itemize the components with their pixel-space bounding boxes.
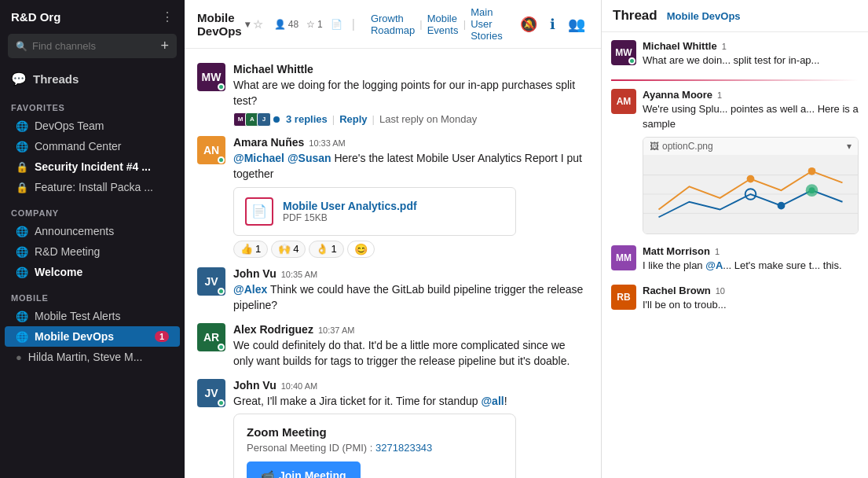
sidebar-item-rd-meeting[interactable]: R&D Meeting bbox=[5, 241, 180, 262]
globe-icon bbox=[16, 266, 28, 278]
message-header: Alex Rodriguez 10:37 AM bbox=[233, 323, 588, 336]
message-header: John Vu 10:40 AM bbox=[233, 379, 588, 392]
message-content: Alex Rodriguez 10:37 AM We could definit… bbox=[233, 323, 588, 370]
replies-row: M A J 3 replies | Reply | Last reply on … bbox=[233, 112, 588, 127]
mention: @all bbox=[481, 395, 504, 407]
message-header: Amara Nuñes 10:33 AM bbox=[233, 136, 588, 149]
thread-message-content: Ayanna Moore 1 We're using Splu... point… bbox=[643, 89, 859, 234]
dm-icon: ● bbox=[16, 351, 22, 363]
link-mobile-events[interactable]: Mobile Events bbox=[427, 13, 459, 36]
add-reaction-button[interactable]: 😊 bbox=[347, 241, 375, 258]
file-attachment[interactable]: 📄 Mobile User Analytics.pdf PDF 15KB bbox=[233, 187, 516, 236]
link-growth-roadmap[interactable]: Growth Roadmap bbox=[371, 13, 415, 36]
message-text: @Michael @Susan Here's the latest Mobile… bbox=[233, 150, 588, 182]
reaction-clap[interactable]: 🙌 4 bbox=[271, 241, 306, 258]
message-content: Michael Whittle What are we doing for th… bbox=[233, 63, 588, 127]
zoom-title: Zoom Meeting bbox=[247, 425, 503, 439]
thread-message: MW Michael Whittle 1 What are we doin...… bbox=[611, 40, 859, 68]
channel-search[interactable]: 🔍 + bbox=[8, 34, 177, 58]
avatar: AR bbox=[197, 323, 225, 351]
sidebar-item-devops-team[interactable]: DevOps Team bbox=[5, 116, 180, 136]
sidebar-item-mobile-test-alerts[interactable]: Mobile Test Alerts bbox=[5, 306, 180, 326]
thread-avatar: AM bbox=[611, 89, 636, 114]
reaction-ok[interactable]: 👌 1 bbox=[309, 241, 343, 258]
sidebar-item-label: DevOps Team bbox=[35, 120, 104, 132]
thread-message-time: 1 bbox=[717, 90, 722, 100]
video-icon: 📹 bbox=[261, 469, 274, 478]
thread-divider bbox=[611, 79, 859, 81]
globe-icon bbox=[16, 225, 28, 237]
thread-message-content: Rachel Brown 10 I'll be on to troub... bbox=[643, 285, 859, 313]
online-indicator bbox=[218, 156, 225, 164]
sidebar-item-dm-hilda[interactable]: ● Hilda Martin, Steve M... bbox=[5, 347, 180, 367]
sidebar-item-mobile-devops[interactable]: Mobile DevOps 1 bbox=[5, 326, 180, 347]
sidebar-item-announcements[interactable]: Announcements bbox=[5, 221, 180, 241]
file-meta: PDF 15KB bbox=[283, 212, 417, 223]
section-favorites: FAVORITES bbox=[0, 92, 185, 116]
file-name: Mobile User Analytics.pdf bbox=[283, 200, 417, 212]
image-preview: 🖼 optionC.png ▾ bbox=[643, 137, 859, 234]
message-content: Amara Nuñes 10:33 AM @Michael @Susan Her… bbox=[233, 136, 588, 258]
section-mobile: MOBILE bbox=[0, 282, 185, 306]
thread-message-header: Rachel Brown 10 bbox=[643, 285, 859, 296]
chart-image bbox=[643, 155, 858, 233]
channel-star-icon[interactable]: ☆ bbox=[253, 18, 263, 31]
avatar: JV bbox=[197, 379, 225, 407]
globe-icon bbox=[16, 330, 28, 343]
sidebar-item-feature-install[interactable]: Feature: Install Packa ... bbox=[5, 177, 180, 197]
reactions: 👍 1 🙌 4 👌 1 😊 bbox=[233, 241, 588, 258]
thread-message-content: Michael Whittle 1 What are we doin... sp… bbox=[643, 40, 859, 68]
thread-message-time: 1 bbox=[715, 247, 720, 256]
divider: | bbox=[352, 17, 355, 31]
thread-message-content: Matt Morrison 1 I like the plan @A... Le… bbox=[643, 245, 859, 274]
globe-icon bbox=[16, 310, 28, 322]
message-author: John Vu bbox=[233, 379, 277, 392]
search-input[interactable] bbox=[32, 40, 152, 52]
sidebar-more-icon[interactable]: ⋮ bbox=[161, 9, 174, 24]
join-meeting-button[interactable]: 📹 Join Meeting bbox=[247, 461, 361, 478]
reply-link[interactable]: Reply bbox=[339, 113, 367, 125]
threads-item[interactable]: Threads bbox=[0, 66, 185, 92]
thread-dot bbox=[273, 116, 280, 123]
people-icon: 👤 bbox=[274, 19, 286, 30]
message-group: MW Michael Whittle What are we doing for… bbox=[185, 58, 601, 131]
mute-button[interactable]: 🔕 bbox=[517, 13, 540, 36]
info-button[interactable]: ℹ bbox=[547, 13, 559, 36]
header-actions: 🔕 ℹ 👥 bbox=[517, 13, 588, 36]
online-indicator bbox=[218, 288, 225, 295]
message-text: @Alex Think we could have the GitLab bui… bbox=[233, 281, 588, 314]
sidebar-item-security-incident[interactable]: Security Incident #4 ... bbox=[5, 156, 180, 177]
message-group: AN Amara Nuñes 10:33 AM @Michael @Susan … bbox=[185, 131, 601, 263]
thread-message-header: Ayanna Moore 1 bbox=[643, 89, 859, 101]
sidebar-item-label: Security Incident #4 ... bbox=[35, 160, 151, 173]
zoom-pmi-link[interactable]: 3271823343 bbox=[375, 442, 432, 454]
replies-sep2: | bbox=[372, 113, 375, 125]
thread-message-author: Matt Morrison bbox=[643, 245, 710, 257]
search-icon: 🔍 bbox=[16, 41, 27, 52]
reaction-thumbsup[interactable]: 👍 1 bbox=[233, 241, 268, 258]
thread-messages: MW Michael Whittle 1 What are we doin...… bbox=[602, 32, 868, 478]
globe-icon bbox=[16, 140, 28, 153]
message-time: 10:35 AM bbox=[281, 270, 317, 279]
sidebar-item-welcome[interactable]: Welcome bbox=[5, 262, 180, 282]
online-indicator bbox=[218, 83, 225, 90]
link-main-user-stories[interactable]: Main User Stories bbox=[471, 6, 511, 42]
sidebar-item-command-center[interactable]: Command Center bbox=[5, 136, 180, 156]
message-author: Amara Nuñes bbox=[233, 136, 304, 149]
message-group: AR Alex Rodriguez 10:37 AM We could defi… bbox=[185, 318, 601, 374]
thread-avatar: MM bbox=[611, 245, 636, 270]
channel-dropdown-icon[interactable]: ▾ bbox=[245, 19, 250, 30]
channel-header: Mobile DevOps ▾ ☆ 👤 48 ☆ 1 📄 | Growth Ro… bbox=[185, 0, 601, 49]
reply-avatar: J bbox=[257, 112, 271, 127]
thread-message-time: 1 bbox=[722, 42, 727, 51]
add-channel-icon[interactable]: + bbox=[160, 38, 169, 54]
thread-message-text: What are we doin... split test for in-ap… bbox=[643, 53, 859, 68]
members-button[interactable]: 👥 bbox=[565, 13, 588, 36]
message-text: We could definitely do that. It'd be a l… bbox=[233, 337, 588, 370]
sidebar-header: R&D Org ⋮ bbox=[0, 0, 185, 31]
dropdown-icon[interactable]: ▾ bbox=[847, 141, 852, 152]
sidebar-item-label: Command Center bbox=[35, 140, 122, 153]
online-indicator bbox=[218, 399, 225, 406]
svg-point-3 bbox=[747, 175, 755, 183]
replies-count[interactable]: 3 replies bbox=[286, 113, 328, 125]
